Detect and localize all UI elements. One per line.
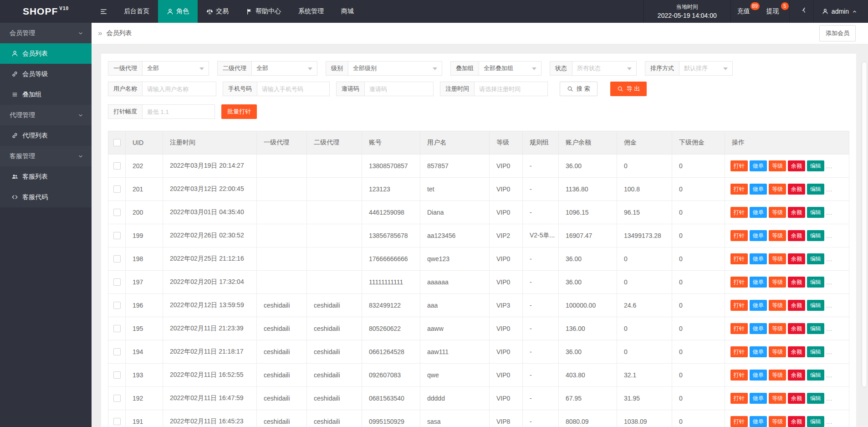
more-actions-button[interactable]: ... — [826, 302, 832, 309]
order-button[interactable]: 做单 — [750, 277, 767, 288]
regtime-input[interactable] — [474, 82, 548, 96]
row-checkbox[interactable] — [113, 395, 121, 402]
more-actions-button[interactable]: ... — [826, 325, 832, 332]
order-button[interactable]: 做单 — [750, 393, 767, 404]
nav-item-trade[interactable]: 交易 — [198, 0, 237, 23]
sidebar-item-service-manage[interactable]: 客服管理 — [0, 146, 92, 166]
nav-item-mall[interactable]: 商城 — [332, 0, 363, 23]
needle-range-input[interactable] — [142, 104, 215, 119]
inject-button[interactable]: 打针 — [730, 207, 748, 218]
more-actions-button[interactable]: ... — [826, 279, 832, 286]
nav-item-system[interactable]: 系统管理 — [290, 0, 332, 23]
row-checkbox[interactable] — [113, 348, 121, 355]
more-actions-button[interactable]: ... — [826, 232, 832, 239]
edit-button[interactable]: 编辑 — [807, 300, 824, 311]
sidebar-item-agent-list[interactable]: 代理列表 — [0, 125, 92, 146]
nav-item-help[interactable]: 帮助中心 — [237, 0, 290, 23]
row-checkbox[interactable] — [113, 232, 121, 239]
refresh-button[interactable] — [789, 0, 813, 23]
nav-item-home[interactable]: 后台首页 — [115, 0, 158, 23]
row-checkbox[interactable] — [113, 278, 121, 286]
balance-button[interactable]: 余额 — [788, 393, 805, 404]
order-button[interactable]: 做单 — [750, 346, 767, 357]
row-checkbox[interactable] — [113, 209, 121, 216]
balance-button[interactable]: 余额 — [788, 160, 805, 171]
filter-select-status[interactable]: 所有状态 — [572, 61, 637, 76]
level-button[interactable]: 等级 — [769, 277, 786, 288]
row-checkbox[interactable] — [113, 371, 121, 379]
batch-inject-button[interactable]: 批量打针 — [221, 104, 257, 119]
level-button[interactable]: 等级 — [769, 230, 786, 241]
sidebar-item-member-level[interactable]: 会员等级 — [0, 64, 92, 84]
level-button[interactable]: 等级 — [769, 184, 786, 195]
filter-select-sort[interactable]: 默认排序 — [679, 61, 733, 76]
withdraw-button[interactable]: 提现 5 — [760, 0, 789, 23]
balance-button[interactable]: 余额 — [788, 277, 805, 288]
edit-button[interactable]: 编辑 — [807, 207, 824, 218]
more-actions-button[interactable]: ... — [826, 256, 832, 262]
balance-button[interactable]: 余额 — [788, 370, 805, 381]
row-checkbox[interactable] — [113, 325, 121, 332]
level-button[interactable]: 等级 — [769, 207, 786, 218]
order-button[interactable]: 做单 — [750, 416, 767, 427]
filter-select-level[interactable]: 全部级别 — [348, 61, 442, 76]
inject-button[interactable]: 打针 — [730, 230, 748, 241]
balance-button[interactable]: 余额 — [788, 323, 805, 334]
sidebar-item-agent-manage[interactable]: 代理管理 — [0, 105, 92, 125]
user-menu[interactable]: admin — [813, 0, 868, 23]
row-checkbox[interactable] — [113, 162, 121, 170]
edit-button[interactable]: 编辑 — [807, 393, 824, 404]
sidebar-item-overlay-group[interactable]: 叠加组 — [0, 84, 92, 105]
edit-button[interactable]: 编辑 — [807, 184, 824, 195]
more-actions-button[interactable]: ... — [826, 418, 832, 425]
select-all-checkbox[interactable] — [113, 139, 121, 146]
balance-button[interactable]: 余额 — [788, 184, 805, 195]
level-button[interactable]: 等级 — [769, 253, 786, 264]
inject-button[interactable]: 打针 — [730, 393, 748, 404]
more-actions-button[interactable]: ... — [826, 163, 832, 170]
inject-button[interactable]: 打针 — [730, 277, 748, 288]
inject-button[interactable]: 打针 — [730, 370, 748, 381]
order-button[interactable]: 做单 — [750, 323, 767, 334]
balance-button[interactable]: 余额 — [788, 207, 805, 218]
inject-button[interactable]: 打针 — [730, 253, 748, 264]
nav-item-role[interactable]: 角色 — [158, 0, 198, 23]
edit-button[interactable]: 编辑 — [807, 346, 824, 357]
edit-button[interactable]: 编辑 — [807, 253, 824, 264]
more-actions-button[interactable]: ... — [826, 395, 832, 402]
balance-button[interactable]: 余额 — [788, 253, 805, 264]
edit-button[interactable]: 编辑 — [807, 160, 824, 171]
balance-button[interactable]: 余额 — [788, 230, 805, 241]
order-button[interactable]: 做单 — [750, 300, 767, 311]
inject-button[interactable]: 打针 — [730, 323, 748, 334]
row-checkbox[interactable] — [113, 418, 121, 425]
order-button[interactable]: 做单 — [750, 207, 767, 218]
menu-collapse-button[interactable] — [92, 0, 115, 23]
row-checkbox[interactable] — [113, 302, 121, 309]
order-button[interactable]: 做单 — [750, 253, 767, 264]
inject-button[interactable]: 打针 — [730, 184, 748, 195]
sidebar-item-member-list[interactable]: 会员列表 — [0, 43, 92, 64]
search-button[interactable]: 搜 索 — [560, 82, 597, 96]
order-button[interactable]: 做单 — [750, 230, 767, 241]
level-button[interactable]: 等级 — [769, 346, 786, 357]
level-button[interactable]: 等级 — [769, 393, 786, 404]
edit-button[interactable]: 编辑 — [807, 277, 824, 288]
more-actions-button[interactable]: ... — [826, 186, 832, 193]
row-checkbox[interactable] — [113, 255, 121, 262]
username-input[interactable] — [142, 82, 216, 96]
balance-button[interactable]: 余额 — [788, 416, 805, 427]
order-button[interactable]: 做单 — [750, 370, 767, 381]
edit-button[interactable]: 编辑 — [807, 416, 824, 427]
filter-select-agent2[interactable]: 全部 — [251, 61, 317, 76]
level-button[interactable]: 等级 — [769, 160, 786, 171]
more-actions-button[interactable]: ... — [826, 349, 832, 355]
sidebar-item-service-list[interactable]: 客服列表 — [0, 166, 92, 187]
sidebar-item-member-manage[interactable]: 会员管理 — [0, 23, 92, 43]
balance-button[interactable]: 余额 — [788, 300, 805, 311]
recharge-button[interactable]: 充值 89 — [731, 0, 760, 23]
order-button[interactable]: 做单 — [750, 184, 767, 195]
add-member-button[interactable]: 添加会员 — [819, 25, 856, 41]
scrollbar-thumb[interactable] — [862, 62, 867, 387]
phone-input[interactable] — [257, 82, 330, 96]
